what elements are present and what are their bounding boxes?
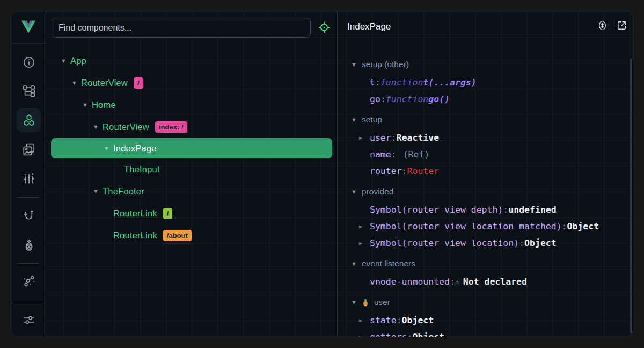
info-icon[interactable]: [21, 55, 36, 69]
search-input[interactable]: [52, 18, 311, 38]
state-value: Object: [524, 238, 557, 248]
timeline-icon[interactable]: [21, 171, 36, 185]
pages-icon[interactable]: [21, 142, 36, 157]
sidebar-divider: [18, 197, 39, 198]
state-row-symbol-router-view-location-matched[interactable]: ▶Symbol(router view location matched) : …: [338, 218, 633, 235]
tree-header: [46, 11, 337, 44]
expand-icon[interactable]: ▶: [359, 317, 362, 323]
expand-toggle-icon[interactable]: ▼: [93, 189, 103, 194]
router-icon[interactable]: [21, 208, 36, 222]
expand-icon[interactable]: ▶: [359, 334, 362, 337]
pinia-store-icon: [361, 298, 370, 307]
pinia-icon[interactable]: [21, 237, 36, 252]
component-name: RouterLink: [113, 230, 157, 241]
state-value: Not declared: [463, 277, 527, 287]
section-event-listeners: ▼event listenersvnode-unmounted : ⚠Not d…: [338, 254, 633, 290]
route-badge: index: /: [155, 121, 187, 133]
tree-item-indexpage[interactable]: ▼IndexPage: [51, 138, 332, 158]
expand-toggle-icon[interactable]: ▼: [61, 58, 70, 64]
function-signature: go(): [428, 94, 450, 104]
state-inspector: ▼setup (other)t : function t(...args)go …: [338, 44, 633, 337]
collapse-icon[interactable]: ▼: [351, 62, 362, 68]
state-row-t: t : function t(...args): [338, 74, 633, 91]
sidebar: [11, 11, 46, 337]
state-value: Router: [407, 166, 440, 176]
vue-logo: [11, 11, 46, 44]
tree-item-routerview[interactable]: ▼RouterViewindex: /: [46, 116, 337, 138]
expand-icon[interactable]: ▶: [359, 223, 362, 229]
expand-toggle-icon[interactable]: ▼: [104, 146, 113, 151]
state-row-getters[interactable]: ▶getters : Object: [338, 329, 633, 337]
section-label: user: [374, 298, 390, 307]
separator: :: [402, 166, 407, 176]
section-header-provided[interactable]: ▼provided: [338, 182, 633, 201]
open-in-editor-icon[interactable]: [616, 19, 628, 32]
state-value: Object: [567, 221, 599, 231]
graph-icon[interactable]: [21, 273, 36, 288]
component-name: Home: [92, 100, 116, 110]
tree-item-routerlink[interactable]: RouterLink/: [46, 202, 337, 224]
separator: :: [380, 94, 386, 104]
state-row-name: name : (Ref): [338, 146, 633, 163]
scrollbar[interactable]: [630, 59, 632, 334]
expand-toggle-icon[interactable]: ▼: [93, 124, 103, 130]
separator: :: [391, 133, 397, 143]
tree-item-routerlink[interactable]: RouterLink/about: [46, 224, 337, 247]
tree-item-thefooter[interactable]: ▼TheFooter: [46, 180, 337, 202]
collapse-icon[interactable]: ▼: [351, 117, 362, 123]
state-row-state[interactable]: ▶state : Object: [338, 312, 633, 329]
state-key: go: [370, 94, 380, 104]
separator: :: [450, 277, 455, 287]
tree-item-app[interactable]: ▼App: [46, 50, 337, 72]
state-row-router: router : Router: [338, 163, 633, 179]
collapse-icon[interactable]: ▼: [351, 300, 362, 306]
state-row-symbol-router-view-location[interactable]: ▶Symbol(router view location) : Object: [338, 235, 633, 251]
separator: :: [562, 221, 567, 231]
sidebar-divider: [11, 303, 46, 303]
components-icon[interactable]: [21, 113, 36, 127]
component-tree: ▼App▼RouterView/▼Home▼RouterViewindex: /…: [46, 44, 337, 247]
inspect-component-icon[interactable]: [317, 20, 331, 34]
expand-toggle-icon[interactable]: ▼: [71, 80, 81, 86]
section-header-setup-other[interactable]: ▼setup (other): [338, 55, 633, 74]
settings-icon[interactable]: [21, 313, 36, 327]
tree-item-theinput[interactable]: TheInput: [46, 158, 337, 180]
route-badge: /: [134, 77, 143, 89]
section-label: setup: [362, 115, 382, 125]
state-key: user: [370, 133, 391, 143]
state-key: name: [370, 149, 391, 160]
separator: :: [519, 238, 524, 248]
component-tree-icon[interactable]: [21, 83, 36, 98]
component-name: RouterView: [81, 78, 128, 88]
tree-item-routerview[interactable]: ▼RouterView/: [46, 72, 337, 94]
component-name: TheInput: [124, 164, 160, 175]
scroll-to-component-icon[interactable]: [596, 19, 609, 32]
section-setup-other: ▼setup (other)t : function t(...args)go …: [338, 55, 633, 107]
collapse-icon[interactable]: ▼: [351, 189, 362, 195]
state-row-go: go : function go(): [338, 91, 633, 107]
collapse-icon[interactable]: ▼: [351, 261, 362, 267]
expand-icon[interactable]: ▶: [359, 135, 362, 141]
component-name: RouterLink: [113, 208, 157, 219]
component-name: RouterView: [103, 122, 149, 132]
state-key: Symbol(router view location): [370, 238, 519, 248]
state-value: undefined: [508, 205, 556, 215]
state-value: Object: [402, 315, 434, 325]
inspector-header: IndexPage: [338, 11, 633, 44]
section-header-setup[interactable]: ▼setup: [338, 110, 633, 129]
separator: :: [407, 332, 413, 337]
state-key: Symbol(router view depth): [370, 205, 503, 215]
state-row-user[interactable]: ▶user : Reactive: [338, 129, 633, 146]
section-header-event-listeners[interactable]: ▼event listeners: [338, 254, 633, 273]
component-name: IndexPage: [113, 143, 157, 154]
route-badge: /: [163, 208, 173, 219]
tree-item-home[interactable]: ▼Home: [46, 94, 337, 116]
sidebar-divider: [18, 263, 39, 264]
expand-icon[interactable]: ▶: [359, 240, 362, 246]
expand-toggle-icon[interactable]: ▼: [82, 102, 92, 108]
function-keyword: function: [386, 94, 428, 104]
state-value: Reactive: [397, 133, 439, 143]
separator: :: [391, 149, 397, 160]
section-header-user[interactable]: ▼user: [338, 293, 633, 312]
function-keyword: function: [380, 77, 423, 88]
